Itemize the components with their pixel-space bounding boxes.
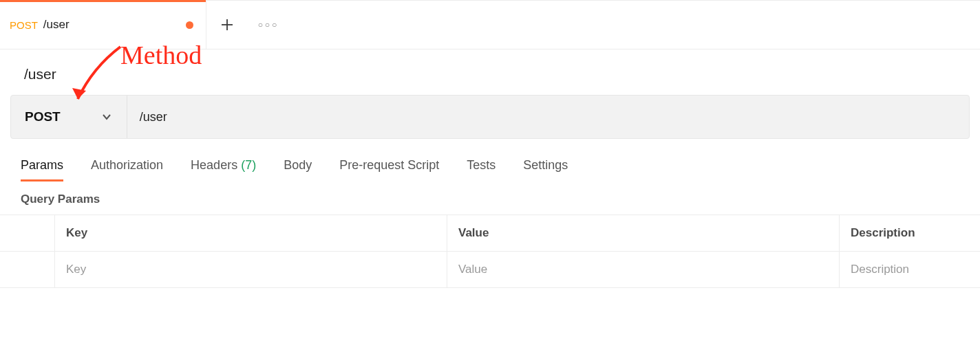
url-bar: POST /user: [10, 95, 970, 139]
description-input[interactable]: Description: [840, 252, 980, 287]
method-label: POST: [25, 109, 61, 124]
chevron-down-icon: [102, 112, 111, 122]
tab-headers-label: Headers: [191, 158, 237, 172]
request-tabs: Params Authorization Headers (7) Body Pr…: [0, 139, 980, 182]
method-dropdown[interactable]: POST: [11, 96, 127, 138]
tab-method-label: POST: [10, 19, 38, 31]
tab-authorization[interactable]: Authorization: [91, 158, 163, 182]
new-tab-button[interactable]: [206, 1, 248, 49]
tab-params[interactable]: Params: [21, 158, 63, 182]
more-horizontal-icon: ○○○: [258, 20, 279, 30]
tab-headers[interactable]: Headers (7): [191, 158, 256, 182]
row-select-cell[interactable]: [0, 252, 55, 287]
key-input[interactable]: Key: [55, 252, 447, 287]
tab-headers-count: (7): [241, 158, 256, 172]
url-input[interactable]: /user: [127, 96, 969, 138]
table-header-row: Key Value Description: [0, 215, 980, 252]
table-header-key: Key: [55, 215, 447, 251]
tab-request[interactable]: POST /user: [0, 1, 206, 49]
tab-tests[interactable]: Tests: [467, 158, 496, 182]
request-title[interactable]: /user: [24, 66, 56, 82]
value-input[interactable]: Value: [447, 252, 840, 287]
table-row[interactable]: Key Value Description: [0, 252, 980, 288]
unsaved-dot-icon: [186, 21, 193, 29]
tab-settings[interactable]: Settings: [523, 158, 568, 182]
tab-title: /user: [43, 18, 70, 32]
tab-body[interactable]: Body: [284, 158, 312, 182]
table-header-select: [0, 215, 55, 251]
tab-pre-request-script[interactable]: Pre-request Script: [339, 158, 439, 182]
request-title-row: /user Method: [0, 50, 980, 95]
table-header-description: Description: [840, 215, 980, 251]
query-params-heading: Query Params: [0, 182, 980, 214]
tab-strip: POST /user ○○○: [0, 0, 980, 50]
tab-overflow-button[interactable]: ○○○: [248, 1, 289, 49]
table-header-value: Value: [447, 215, 840, 251]
query-params-table: Key Value Description Key Value Descript…: [0, 214, 980, 288]
plus-icon: [220, 18, 234, 32]
